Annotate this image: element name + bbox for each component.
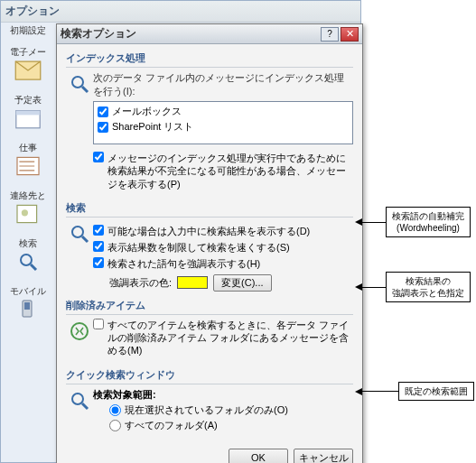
- indexing-checkbox-sharepoint[interactable]: [98, 122, 108, 133]
- annotation-wordwheel: 検索語の自動補完(Wordwheeling): [355, 207, 471, 237]
- magnifier-icon: [66, 71, 93, 194]
- annotation-highlight-text: 検索結果の強調表示と色指定: [386, 272, 471, 302]
- include-deleted-checkbox[interactable]: [93, 319, 104, 329]
- highlight-color-label: 強調表示の色:: [109, 276, 172, 290]
- auto-display-label: 可能な場合は入力中に検索結果を表示する(D): [107, 225, 353, 237]
- sidebar-item-search[interactable]: 検索: [3, 234, 52, 282]
- scope-radio-all-label: すべてのフォルダ(A): [125, 419, 218, 432]
- help-button[interactable]: ?: [321, 27, 339, 42]
- limit-results-label: 表示結果数を制限して検索を速くする(S): [107, 241, 353, 254]
- svg-point-4: [21, 209, 27, 216]
- svg-line-10: [82, 87, 88, 92]
- scope-radio-all[interactable]: [109, 420, 121, 431]
- sidebar-item-mail[interactable]: 電子メー: [3, 42, 52, 90]
- group-title-search: 検索: [66, 199, 353, 218]
- scope-radio-current-label: 現在選択されているフォルダのみ(O): [125, 403, 288, 417]
- group-title-indexing: インデックス処理: [66, 50, 353, 68]
- annotation-scope: 既定の検索範囲: [355, 382, 474, 401]
- magnifier-icon: [66, 388, 93, 434]
- options-title: オプション: [1, 1, 360, 23]
- limit-results-checkbox[interactable]: [93, 241, 104, 252]
- group-title-deleted: 削除済みアイテム: [66, 297, 353, 315]
- group-indexing: インデックス処理 次のデータ ファイル内のメッセージにインデックス処理を行う(I…: [66, 50, 353, 194]
- svg-point-9: [72, 77, 83, 88]
- svg-rect-1: [15, 111, 39, 116]
- svg-line-15: [82, 403, 88, 409]
- indexing-checkbox-mailbox[interactable]: [98, 106, 108, 117]
- dialog-title: 検索オプション: [61, 26, 319, 42]
- contacts-icon: [14, 203, 42, 225]
- recycle-icon: [66, 319, 93, 361]
- svg-point-13: [71, 323, 88, 339]
- indexing-item-mailbox[interactable]: メールボックス: [98, 104, 349, 119]
- dialog-button-row: OK キャンセル: [57, 443, 362, 463]
- svg-line-6: [31, 264, 36, 270]
- annotation-scope-text: 既定の検索範囲: [398, 382, 474, 401]
- change-color-button[interactable]: 変更(C)...: [213, 274, 271, 292]
- sidebar-item-contacts[interactable]: 連絡先と: [3, 186, 52, 234]
- group-deleted: 削除済みアイテム すべてのアイテムを検索するときに、各データ ファイルの削除済み…: [66, 297, 353, 361]
- indexing-item-sharepoint[interactable]: SharePoint リスト: [98, 119, 349, 134]
- sidebar-item-prefs[interactable]: 初期設定: [3, 21, 52, 42]
- calendar-icon: [14, 107, 42, 129]
- highlight-label: 検索された語句を強調表示する(H): [107, 257, 353, 270]
- scope-label: 検索対象範囲:: [93, 388, 353, 402]
- include-deleted-label: すべてのアイテムを検索するときに、各データ ファイルの削除済みアイテム フォルダ…: [107, 319, 353, 357]
- svg-point-14: [72, 394, 83, 404]
- cancel-button[interactable]: キャンセル: [294, 449, 353, 463]
- dialog-titlebar: 検索オプション ? ✕: [57, 24, 362, 44]
- close-icon: ✕: [346, 29, 354, 39]
- group-search: 検索 可能な場合は入力中に検索結果を表示する(D) 表示結果数を制限して検索を速…: [66, 199, 353, 292]
- magnifier-icon: [66, 221, 93, 292]
- auto-display-checkbox[interactable]: [93, 225, 104, 236]
- sidebar-item-tasks[interactable]: 仕事: [3, 138, 52, 186]
- indexing-listbox[interactable]: メールボックス SharePoint リスト: [93, 101, 353, 144]
- close-button[interactable]: ✕: [341, 27, 359, 42]
- mobile-icon: [14, 299, 42, 320]
- svg-rect-8: [24, 302, 30, 310]
- options-sidebar: 初期設定 電子メー 予定表 仕事 連絡先と 検索 モバイル: [3, 21, 52, 329]
- mail-icon: [14, 60, 42, 81]
- svg-point-5: [21, 255, 32, 265]
- indexing-prompt-label: メッセージのインデックス処理が実行中であるために検索結果が不完全になる可能性があ…: [107, 152, 353, 190]
- search-icon: [14, 251, 42, 273]
- sidebar-item-mobile[interactable]: モバイル: [3, 282, 52, 329]
- tasks-icon: [14, 155, 42, 177]
- group-title-quick: クイック検索ウィンドウ: [66, 366, 353, 384]
- annotation-wordwheel-text: 検索語の自動補完(Wordwheeling): [386, 207, 471, 237]
- svg-line-12: [82, 236, 88, 242]
- ok-button[interactable]: OK: [229, 449, 288, 463]
- scope-radio-current[interactable]: [109, 404, 121, 416]
- indexing-label: 次のデータ ファイル内のメッセージにインデックス処理を行う(I):: [93, 71, 353, 98]
- indexing-prompt-checkbox[interactable]: [93, 152, 104, 162]
- group-quick: クイック検索ウィンドウ 検索対象範囲: 現在選択されているフォルダのみ(O) す…: [66, 366, 353, 434]
- search-options-dialog: 検索オプション ? ✕ インデックス処理 次のデータ ファイル内のメッセージにイ…: [56, 23, 363, 463]
- highlight-checkbox[interactable]: [93, 257, 104, 268]
- annotation-highlight: 検索結果の強調表示と色指定: [355, 272, 471, 302]
- sidebar-item-calendar[interactable]: 予定表: [3, 90, 52, 138]
- highlight-color-swatch: [177, 276, 208, 289]
- svg-point-11: [72, 227, 83, 237]
